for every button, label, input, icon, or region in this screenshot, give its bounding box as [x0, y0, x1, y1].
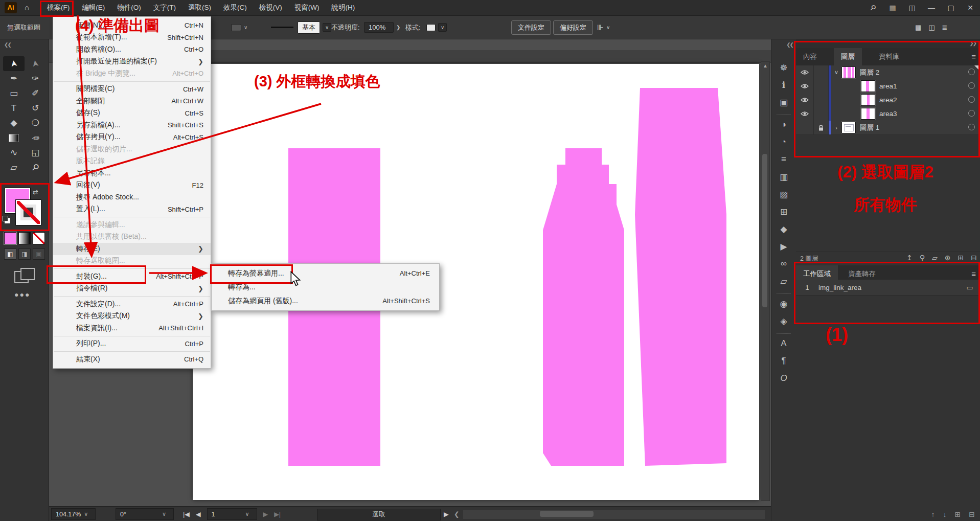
paragraph-icon[interactable]: ¶ [771, 356, 796, 366]
curvature-tool[interactable]: ✑ [25, 71, 46, 86]
last-artboard-icon[interactable]: ▶| [274, 510, 281, 518]
lock-icon[interactable] [814, 107, 829, 121]
shape-builder-tool[interactable]: ◱ [25, 145, 46, 160]
visibility-eye-icon[interactable] [796, 65, 814, 79]
visibility-eye-icon[interactable] [796, 121, 814, 134]
chevron-down-icon[interactable]: ∨ [323, 23, 331, 32]
arrange-icon[interactable]: ▦ [915, 24, 921, 31]
file-menu-item[interactable]: 文件色彩模式(M)❯ [53, 310, 211, 323]
tab-libraries[interactable]: 資料庫 [872, 48, 907, 65]
layer-name[interactable]: area2 [879, 96, 963, 104]
move-down-icon[interactable]: ↓ [943, 510, 947, 518]
edit-toolbar-icon[interactable]: ●●● [14, 290, 30, 299]
expand-panels-icon[interactable]: ❮❮ [786, 42, 793, 48]
new-layer-icon[interactable]: ⊞ [958, 254, 964, 262]
collect-for-export-icon[interactable]: ↥ [906, 254, 913, 262]
direct-selection-tool[interactable]: ➤ [25, 56, 46, 71]
file-menu-item[interactable]: 儲存拷貝(Y)...Alt+Ctrl+S [53, 131, 211, 144]
gradient-icon[interactable]: ▥ [771, 172, 796, 183]
stroke-swatch[interactable] [16, 200, 41, 225]
lock-icon[interactable] [814, 93, 829, 107]
maximize-button[interactable]: ▢ [945, 4, 956, 12]
layer-name[interactable]: area3 [879, 110, 963, 118]
gradient-mode-swatch[interactable] [18, 232, 31, 244]
layer-thumbnail[interactable] [861, 80, 875, 92]
align-icon[interactable]: ⊪ [597, 23, 604, 32]
appearance-icon[interactable]: ◉ [771, 299, 796, 309]
file-menu-item[interactable]: 回復(V)F12 [53, 179, 211, 192]
target-circle-icon[interactable] [963, 109, 980, 119]
home-icon[interactable]: ⌂ [25, 2, 29, 13]
swap-fill-stroke-icon[interactable]: ⇄ [33, 188, 38, 196]
expand-icon[interactable]: › [831, 125, 841, 131]
previous-artboard-icon[interactable]: ◀ [196, 510, 201, 518]
menubar-item[interactable]: 視窗(W) [288, 0, 326, 15]
file-menu-item[interactable]: 文件設定(D)...Alt+Ctrl+P [53, 298, 211, 310]
first-artboard-icon[interactable]: |◀ [183, 510, 190, 518]
chevron-down-icon[interactable]: ∨ [84, 511, 88, 517]
color-mode-swatch[interactable] [4, 232, 16, 244]
properties-icon[interactable]: ☸ [771, 62, 796, 73]
next-artboard-icon[interactable]: ▶ [263, 510, 268, 518]
locate-object-icon[interactable]: ⚲ [920, 254, 925, 262]
file-menu-item[interactable]: 開啟舊檔(O)...Ctrl+O [53, 43, 211, 56]
target-circle-icon[interactable] [963, 123, 980, 132]
artboard-icon[interactable]: ▭ [960, 283, 980, 291]
target-circle-icon[interactable] [963, 82, 980, 91]
visibility-eye-icon[interactable] [796, 93, 814, 107]
layer-name[interactable]: 圖層 2 [860, 68, 963, 77]
file-menu-item[interactable]: 結束(X)Ctrl+Q [53, 353, 211, 366]
draw-behind-button[interactable]: ◨ [18, 248, 31, 260]
artboard-row-name[interactable]: img_link_area [818, 284, 960, 291]
layer-row[interactable]: area3 [796, 107, 980, 121]
export-submenu-item[interactable]: 儲存為網頁用 (舊版)...Alt+Shift+Ctrl+S [212, 294, 439, 308]
transparency-icon[interactable]: ▨ [771, 189, 796, 200]
fill-color-dropdown[interactable] [231, 24, 241, 31]
rotation-dropdown[interactable]: 0° ∨ [116, 508, 174, 520]
expand-icon[interactable]: ∨ [831, 69, 841, 76]
tab-layers[interactable]: 圖層 [834, 48, 862, 65]
links-icon[interactable]: ∞ [771, 259, 796, 269]
layer-name[interactable]: 圖層 1 [860, 123, 963, 132]
default-fill-stroke-icon[interactable] [3, 216, 11, 224]
delete-artboard-icon[interactable]: ⊟ [969, 510, 975, 518]
chevron-down-icon[interactable]: ∨ [438, 23, 447, 32]
artboard-row[interactable]: 1 img_link_area ▭ [796, 280, 980, 296]
file-menu-item[interactable]: 搜尋 Adobe Stock... [53, 191, 211, 203]
none-mode-swatch[interactable] [33, 232, 45, 244]
menubar-item[interactable]: 說明(H) [325, 0, 361, 15]
artboard-tool[interactable]: ▱ [3, 160, 25, 175]
menubar-item[interactable]: 檔案(F) [41, 0, 76, 15]
file-menu-item[interactable]: 打開最近使用過的檔案(F)❯ [53, 56, 211, 68]
collapse-toolbar-icon[interactable]: ❮❮ [4, 42, 11, 48]
panel-menu-icon[interactable]: ≡ [971, 269, 976, 278]
stroke-icon[interactable]: ≡ [771, 154, 796, 165]
search-icon[interactable]: ⚲ [867, 1, 880, 15]
chevron-right-icon[interactable]: ❯ [396, 25, 400, 30]
chevron-down-icon[interactable]: ∨ [162, 511, 166, 517]
visibility-eye-icon[interactable] [796, 107, 814, 121]
chevron-down-icon[interactable]: ∨ [244, 25, 247, 30]
rotate-tool[interactable]: ↺ [25, 101, 46, 116]
document-setup-button[interactable]: 文件設定 [511, 20, 551, 35]
opentype-icon[interactable]: O [771, 373, 796, 383]
make-clip-mask-icon[interactable]: ▱ [932, 254, 938, 262]
layer-row[interactable]: ›圖層 1 [796, 121, 980, 135]
menubar-item[interactable]: 選取(S) [182, 0, 217, 15]
layer-name[interactable]: area1 [879, 82, 963, 90]
layer-thumbnail[interactable] [861, 94, 875, 106]
file-menu-item[interactable]: 另存新檔(A)...Shift+Ctrl+S [53, 119, 211, 131]
export-submenu-item[interactable]: 轉存為... [212, 280, 439, 294]
change-screen-mode-button[interactable] [14, 268, 34, 283]
file-menu-item[interactable]: 另存範本... [53, 167, 211, 179]
visibility-eye-icon[interactable] [796, 79, 814, 93]
layer-thumbnail[interactable] [861, 108, 875, 120]
vertical-scroll-thumb[interactable] [762, 154, 767, 307]
layer-thumbnail[interactable] [841, 66, 856, 78]
file-menu-item[interactable]: 關閉檔案(C)Ctrl+W [53, 83, 211, 96]
list-icon[interactable]: ≣ [942, 24, 948, 31]
export-submenu-item[interactable]: 轉存為螢幕適用...Alt+Ctrl+E [212, 266, 439, 280]
file-menu-item[interactable]: 檔案資訊(I)...Alt+Shift+Ctrl+I [53, 322, 211, 334]
layer-row[interactable]: area1 [796, 79, 980, 94]
menubar-item[interactable]: 檢視(V) [253, 0, 288, 15]
